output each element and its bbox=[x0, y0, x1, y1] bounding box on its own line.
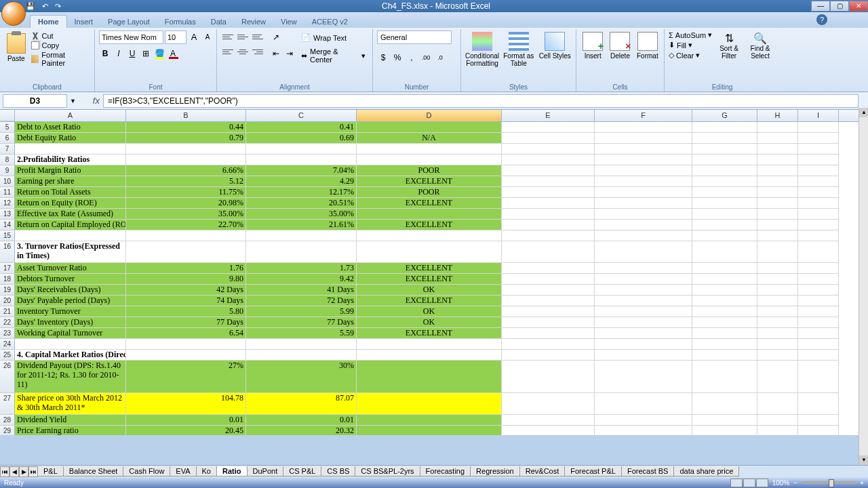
paste-button[interactable]: Paste bbox=[4, 30, 28, 62]
cell[interactable]: Profit Margin Ratio bbox=[15, 165, 126, 176]
table-row[interactable]: 13Effective tax Rate (Assumed)35.00%35.0… bbox=[0, 209, 868, 220]
cell[interactable] bbox=[798, 350, 839, 361]
cell[interactable] bbox=[595, 241, 692, 263]
cell[interactable]: 0.44 bbox=[126, 122, 246, 133]
decrease-indent-button[interactable]: ⇤ bbox=[270, 47, 282, 60]
cell[interactable] bbox=[502, 274, 595, 285]
cell[interactable]: EXCELLENT bbox=[357, 274, 502, 285]
cell[interactable] bbox=[757, 187, 798, 198]
cell[interactable] bbox=[595, 296, 692, 306]
cell[interactable] bbox=[595, 209, 692, 220]
cell[interactable] bbox=[798, 285, 839, 296]
table-row[interactable]: 28Dividend Yield0.010.01 bbox=[0, 415, 868, 426]
cell[interactable] bbox=[502, 415, 595, 426]
shrink-font-button[interactable]: A bbox=[201, 30, 214, 44]
cell[interactable] bbox=[595, 361, 692, 393]
table-row[interactable]: 21Inventory Turnover5.805.99OK bbox=[0, 306, 868, 317]
orientation-button[interactable]: ↗ bbox=[270, 30, 282, 44]
cell[interactable] bbox=[357, 241, 502, 263]
row-header[interactable]: 13 bbox=[0, 209, 15, 220]
row-header[interactable]: 15 bbox=[0, 230, 15, 241]
table-row[interactable]: 163. Turnover Ratios(Expressed in Times) bbox=[0, 241, 868, 263]
zoom-in-button[interactable]: + bbox=[860, 479, 864, 487]
table-row[interactable]: 14Return on Capital Employed (RO22.70%21… bbox=[0, 220, 868, 230]
row-header[interactable]: 25 bbox=[0, 350, 15, 361]
cell[interactable] bbox=[757, 328, 798, 339]
cell[interactable] bbox=[757, 176, 798, 187]
cell[interactable] bbox=[595, 155, 692, 165]
cell[interactable] bbox=[757, 263, 798, 274]
insert-cells-button[interactable]: Insert bbox=[580, 30, 605, 60]
cell[interactable] bbox=[692, 209, 757, 220]
cell[interactable] bbox=[692, 350, 757, 361]
table-row[interactable]: 22Days' Inventory (Days)77 Days77 DaysOK bbox=[0, 317, 868, 328]
cell[interactable]: N/A bbox=[357, 133, 502, 144]
format-cells-button[interactable]: Format bbox=[635, 30, 660, 60]
cell[interactable]: OK bbox=[357, 317, 502, 328]
cell[interactable]: 2.Profitability Ratios bbox=[15, 155, 126, 165]
row-header[interactable]: 14 bbox=[0, 220, 15, 230]
cell[interactable] bbox=[502, 328, 595, 339]
decrease-decimal-button[interactable]: .0 bbox=[434, 51, 446, 64]
cell[interactable]: 5.99 bbox=[246, 306, 357, 317]
cell[interactable]: 5.80 bbox=[126, 306, 246, 317]
cell[interactable]: Days' Receivables (Days) bbox=[15, 285, 126, 296]
tab-insert[interactable]: Insert bbox=[67, 16, 101, 28]
cell[interactable] bbox=[692, 361, 757, 393]
select-all-corner[interactable] bbox=[0, 110, 15, 121]
row-header[interactable]: 17 bbox=[0, 263, 15, 274]
sheet-tab[interactable]: EVA bbox=[170, 466, 196, 476]
col-header-b[interactable]: B bbox=[126, 110, 246, 121]
cell-styles-button[interactable]: Cell Styles bbox=[538, 30, 572, 60]
cell[interactable] bbox=[798, 198, 839, 209]
cell[interactable] bbox=[357, 415, 502, 426]
table-row[interactable]: 9Profit Margin Ratio6.66%7.04%POOR bbox=[0, 165, 868, 176]
cell[interactable] bbox=[692, 176, 757, 187]
cell[interactable]: Earning per share bbox=[15, 176, 126, 187]
zoom-slider[interactable] bbox=[802, 481, 856, 484]
cell[interactable] bbox=[502, 155, 595, 165]
cell[interactable] bbox=[692, 122, 757, 133]
cell[interactable] bbox=[798, 122, 839, 133]
cell[interactable]: 11.75% bbox=[126, 187, 246, 198]
cell[interactable] bbox=[692, 415, 757, 426]
cell[interactable]: 12.17% bbox=[246, 187, 357, 198]
cell[interactable]: 0.01 bbox=[126, 415, 246, 426]
cell[interactable]: 21.61% bbox=[246, 220, 357, 230]
cell[interactable]: Days' Inventory (Days) bbox=[15, 317, 126, 328]
row-header[interactable]: 9 bbox=[0, 165, 15, 176]
cell[interactable]: 20.45 bbox=[126, 426, 246, 435]
formula-input[interactable] bbox=[103, 94, 859, 108]
row-header[interactable]: 27 bbox=[0, 393, 15, 415]
cell[interactable]: EXCELLENT bbox=[357, 263, 502, 274]
row-header[interactable]: 11 bbox=[0, 187, 15, 198]
clear-button[interactable]: ◇Clear ▾ bbox=[669, 51, 712, 60]
table-row[interactable]: 19Days' Receivables (Days)42 Days41 Days… bbox=[0, 285, 868, 296]
cell[interactable] bbox=[126, 350, 246, 361]
row-header[interactable]: 5 bbox=[0, 122, 15, 133]
cell[interactable]: 9.42 bbox=[246, 274, 357, 285]
cell[interactable] bbox=[692, 241, 757, 263]
cell[interactable] bbox=[502, 350, 595, 361]
cell[interactable] bbox=[502, 209, 595, 220]
cell[interactable]: 6.54 bbox=[126, 328, 246, 339]
cell[interactable]: 72 Days bbox=[246, 296, 357, 306]
wrap-text-button[interactable]: 📄Wrap Text bbox=[298, 32, 368, 43]
zoom-out-button[interactable]: − bbox=[793, 479, 797, 487]
cell[interactable] bbox=[692, 133, 757, 144]
cell[interactable] bbox=[798, 296, 839, 306]
cell[interactable] bbox=[692, 328, 757, 339]
cell[interactable]: Debtors Turnover bbox=[15, 274, 126, 285]
cell[interactable]: Return on Total Assets bbox=[15, 187, 126, 198]
cell[interactable] bbox=[798, 176, 839, 187]
cell[interactable] bbox=[798, 274, 839, 285]
cell[interactable] bbox=[692, 263, 757, 274]
table-row[interactable]: 5Debt to Asset Ratio0.440.41 bbox=[0, 122, 868, 133]
bold-button[interactable]: B bbox=[99, 47, 111, 60]
cell[interactable] bbox=[798, 426, 839, 435]
cell[interactable] bbox=[692, 187, 757, 198]
cell[interactable]: 20.51% bbox=[246, 198, 357, 209]
sheet-tab[interactable]: Cash Flow bbox=[123, 466, 170, 476]
sheet-tab[interactable]: P&L bbox=[37, 466, 64, 476]
currency-button[interactable]: $ bbox=[377, 51, 389, 64]
